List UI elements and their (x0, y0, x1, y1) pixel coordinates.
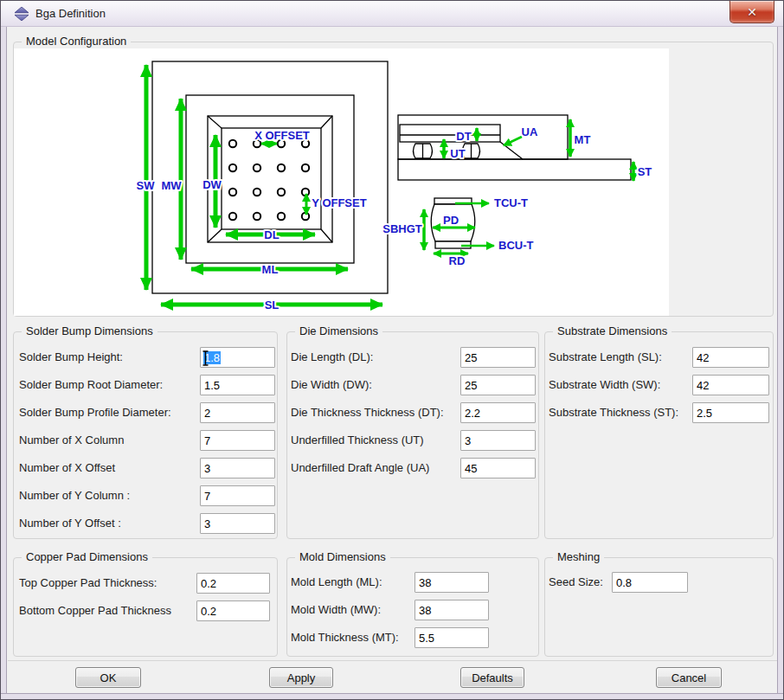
label-die-thickness: Die Thickness Thickness (DT): (291, 406, 444, 419)
substrate-length-input[interactable] (692, 347, 769, 368)
diagram-label-ml: ML (262, 263, 279, 276)
window-frame-left (1, 26, 7, 699)
title-bar[interactable]: Bga Definition ✕ (1, 1, 783, 27)
bga-definition-dialog: Bga Definition ✕ Model Configuration (0, 0, 784, 700)
group-mold-dimensions: Mold Dimensions Mold Length (ML): Mold W… (286, 557, 539, 657)
diagram-label-sbhgt: SBHGT (382, 222, 422, 235)
diagram-label-x-offset: X OFFSET (254, 129, 310, 142)
group-solder-bump-dimensions: Solder Bump Dimensions Solder Bump Heigh… (13, 331, 278, 539)
label-die-length: Die Length (DL): (291, 350, 373, 363)
text-cursor-icon (202, 350, 209, 366)
mold-thickness-input[interactable] (414, 627, 489, 648)
number-x-column-input[interactable] (200, 430, 275, 451)
bottom-copper-pad-thickness-input[interactable] (196, 600, 270, 621)
label-substrate-thickness: Substrate Thickness (ST): (549, 406, 678, 419)
diagram-label-ut: UT (450, 147, 465, 160)
diagram-label-pd: PD (443, 214, 459, 227)
diagram-label-y-offset: Y OFFSET (312, 196, 366, 209)
number-y-column-input[interactable] (200, 485, 275, 506)
close-icon: ✕ (747, 6, 757, 18)
apply-button[interactable]: Apply (269, 667, 333, 688)
label-solder-bump-height: Solder Bump Height: (19, 350, 123, 363)
label-substrate-width: Substrate Width (SW): (549, 378, 660, 391)
ua-pointer-arrow (504, 137, 522, 145)
group-title-meshing: Meshing (553, 550, 604, 563)
label-mold-thickness: Mold Thickness (MT): (291, 631, 399, 644)
mold-length-input[interactable] (414, 572, 489, 593)
label-mold-length: Mold Length (ML): (291, 575, 382, 588)
substrate-width-input[interactable] (692, 375, 769, 395)
diagram-label-sl: SL (265, 299, 280, 311)
diagram-label-dl: DL (264, 228, 279, 241)
diagram-label-dw: DW (202, 178, 222, 191)
diagram-label-dt: DT (456, 130, 471, 143)
label-substrate-length: Substrate Length (SL): (549, 350, 662, 363)
die-section (400, 125, 500, 142)
group-meshing: Meshing Seed Size: (544, 557, 774, 657)
label-solder-bump-root-diameter: Solder Bump Root Diameter: (19, 378, 163, 391)
label-number-x-offset: Number of X Offset (19, 461, 115, 474)
button-bar-separator (8, 660, 778, 661)
window-frame-bottom (1, 693, 783, 699)
label-seed-size: Seed Size: (549, 575, 603, 588)
underfilled-draft-angle-input[interactable] (460, 458, 536, 478)
close-button[interactable]: ✕ (729, 1, 774, 23)
solder-bump-profile-diameter-input[interactable] (200, 402, 275, 423)
mold-width-input[interactable] (414, 600, 489, 620)
die-length-input[interactable] (460, 347, 536, 368)
diagram-label-bcu-t: BCU-T (498, 239, 533, 252)
label-number-y-column: Number of Y Column : (19, 489, 130, 502)
group-substrate-dimensions: Substrate Dimensions Substrate Length (S… (544, 331, 774, 539)
defaults-button[interactable]: Defaults (460, 667, 524, 688)
group-title-model-configuration: Model Configuration (22, 35, 131, 48)
label-underfilled-draft-angle: Underfilled Draft Angle (UA) (291, 461, 429, 474)
group-copper-pad-dimensions: Copper Pad Dimensions Top Copper Pad Thi… (13, 557, 278, 657)
label-top-copper-pad-thickness: Top Copper Pad Thickness: (19, 576, 157, 589)
diagram-label-ua: UA (522, 125, 538, 138)
window-frame-right (777, 26, 783, 699)
number-x-offset-input[interactable] (200, 458, 275, 478)
diagram-label-mt: MT (575, 133, 591, 146)
diagram-label-tcu-t: TCU-T (494, 196, 528, 209)
underfilled-thickness-input[interactable] (460, 430, 536, 451)
group-title-mold: Mold Dimensions (295, 550, 390, 563)
diagram-label-mw: MW (161, 179, 182, 192)
substrate-thickness-input[interactable] (692, 402, 769, 423)
die-width-input[interactable] (460, 375, 536, 395)
label-bottom-copper-pad-thickness: Bottom Copper Pad Thickness (19, 604, 171, 617)
label-solder-bump-profile-diameter: Solder Bump Profile Diameter: (19, 406, 171, 419)
solder-bump-grid (229, 140, 309, 220)
window-title: Bga Definition (35, 7, 106, 20)
diagram-label-sw: SW (137, 179, 156, 192)
solder-bump-height-input[interactable]: 1.8 (200, 347, 275, 368)
diagram-label-rd: RD (449, 254, 466, 267)
seed-size-input[interactable] (612, 572, 688, 593)
number-y-offset-input[interactable] (200, 513, 275, 534)
group-title-solder: Solder Bump Dimensions (22, 324, 157, 337)
model-diagram: SW MW DW X OFFSET Y OFFSET DL ML SL DT U… (14, 48, 669, 316)
label-mold-width: Mold Width (MW): (291, 603, 381, 616)
label-underfilled-thickness: Underfilled Thickness (UT) (291, 433, 424, 446)
group-title-copper: Copper Pad Dimensions (22, 550, 152, 563)
top-copper-pad-thickness-input[interactable] (196, 573, 270, 594)
group-title-die: Die Dimensions (295, 324, 382, 337)
group-title-substrate: Substrate Dimensions (553, 324, 672, 337)
substrate-outline (152, 61, 388, 293)
cancel-button[interactable]: Cancel (656, 667, 722, 688)
label-die-width: Die Width (DW): (291, 378, 372, 391)
app-icon (14, 7, 29, 21)
solder-bump-root-diameter-input[interactable] (200, 375, 275, 395)
label-number-y-offset: Number of Y Offset : (19, 517, 121, 530)
die-thickness-input[interactable] (460, 402, 536, 423)
diagram-label-st: ST (638, 165, 652, 178)
ok-button[interactable]: OK (75, 667, 141, 688)
group-die-dimensions: Die Dimensions Die Length (DL): Die Widt… (286, 331, 539, 539)
substrate-section (398, 159, 631, 180)
label-number-x-column: Number of X Column (19, 433, 124, 446)
